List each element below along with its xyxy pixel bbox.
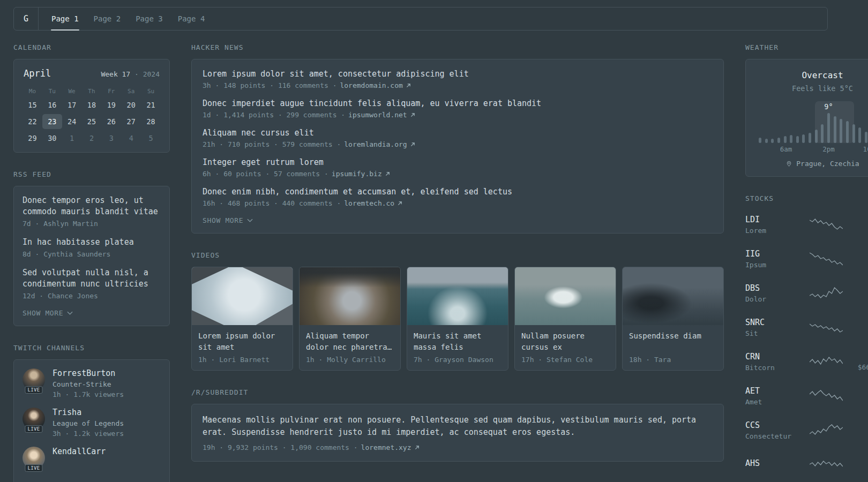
day-of-week-label: Th (82, 85, 102, 97)
item-domain-link[interactable]: ipsumify.biz (332, 170, 382, 178)
item-domain-link[interactable]: loremdomain.com (340, 81, 402, 89)
stock-row[interactable]: SNRC Sit +1.36% $148.64 (745, 315, 868, 340)
stock-name: Lorem (745, 227, 803, 235)
stock-figures: -1.00% $66,171.48 (849, 352, 868, 371)
stock-row[interactable]: AET Amet +0.92% $499.72 (745, 383, 868, 408)
hacker-news-item-title[interactable]: Integer eget rutrum lorem (203, 157, 713, 167)
stock-symbol: IIG (745, 249, 803, 259)
page-tab[interactable]: Page 4 (170, 7, 213, 30)
twitch-channel-name: Trisha (53, 408, 124, 417)
hacker-news-item: Aliquam nec cursus elit 21h · 710 points… (203, 128, 713, 148)
section-title-subreddit: /R/SUBREDDIT (191, 388, 724, 396)
rss-card: Donec tempor eros leo, ut commodo mauris… (13, 186, 170, 326)
video-meta: 1h · Molly Carrillo (306, 356, 394, 364)
temperature-bar (777, 138, 780, 143)
hacker-news-item: Integer eget rutrum lorem 6h · 60 points… (203, 157, 713, 178)
calendar-day: 3 (101, 131, 121, 146)
twitch-widget: TWITCH CHANNELS LIVE ForrestBurton C (13, 344, 170, 482)
calendar-day: 5 (141, 131, 161, 146)
stock-sparkline (810, 354, 843, 369)
calendar-day: 26 (101, 114, 121, 129)
temperature-bar (759, 138, 761, 143)
video-card[interactable]: Lorem ipsum dolor sit amet consectetu… 1… (191, 267, 293, 371)
temperature-bar (852, 124, 855, 143)
hacker-news-item-title[interactable]: Aliquam nec cursus elit (203, 128, 713, 138)
page-tab[interactable]: Page 1 (44, 7, 86, 30)
rss-item[interactable]: Sed volutpat nulla nisl, a condimentum n… (23, 267, 161, 300)
temperature-bar (827, 113, 830, 143)
page-tabs: Page 1 Page 2 Page 3 Page 4 (39, 7, 218, 30)
item-domain-link[interactable]: loremlandia.org (344, 140, 407, 148)
stock-symbol: CRN (745, 352, 803, 362)
calendar-day: 1 (62, 131, 82, 146)
calendar-day-headers: MoTuWeThFrSaSu (23, 85, 161, 97)
show-more-label: SHOW MORE (203, 216, 243, 224)
stock-change: +0.46% (849, 459, 868, 468)
item-domain-link[interactable]: loremnet.xyz (361, 443, 411, 451)
item-domain-link[interactable]: ipsumworld.net (348, 111, 407, 119)
stock-change: +4.35% (849, 215, 868, 224)
temperature-bars (759, 101, 868, 143)
item-stats: 16h · 468 points · 440 comments · (203, 199, 341, 207)
video-thumbnail (300, 267, 400, 325)
video-card[interactable]: Mauris sit amet massa felis 7h · Grayson… (407, 267, 508, 371)
stock-row[interactable]: IIG Ipsum +2.84% $42.04 (745, 246, 868, 271)
stock-sparkline (810, 251, 843, 266)
temperature-bar (821, 124, 824, 143)
stock-symbol: AHS (745, 458, 803, 468)
external-link-icon (406, 83, 411, 88)
video-card-body: Aliquam tempor dolor nec pharetra… 1h · … (300, 325, 400, 370)
hacker-news-item-title[interactable]: Lorem ipsum dolor sit amet, consectetur … (203, 69, 713, 79)
twitch-channel-item[interactable]: LIVE KendallCarr (23, 447, 161, 469)
stock-symbol: AET (745, 386, 803, 396)
day-of-week-label: Su (141, 85, 161, 97)
live-badge: LIVE (25, 425, 42, 433)
subreddit-post-title[interactable]: Maecenas mollis pulvinar erat non posuer… (203, 414, 713, 439)
rss-item[interactable]: In hac habitasse platea 8d · Cynthia Sau… (23, 237, 161, 258)
rss-show-more-button[interactable]: SHOW MORE (23, 309, 161, 317)
stock-row[interactable]: AHS +0.46% (745, 452, 868, 477)
calendar-day: 18 (82, 97, 102, 112)
stock-identity: SNRC Sit (745, 318, 803, 337)
calendar-day: 30 (42, 131, 62, 146)
video-card[interactable]: Suspendisse diam 18h · Tara (622, 267, 724, 371)
stock-row[interactable]: DBS Dolor +1.42% $156.28 (745, 281, 868, 305)
stock-identity: CCS Consectetur (745, 420, 803, 440)
page-tab[interactable]: Page 2 (86, 7, 129, 30)
time-axis-label: 10pm (863, 145, 868, 153)
twitch-channel-item[interactable]: LIVE ForrestBurton Counter-Strike 1h · 1… (23, 368, 161, 398)
twitch-channel-game: League of Legends (53, 419, 124, 427)
calendar-day: 16 (42, 97, 62, 112)
weather-hourly-chart: 9° (759, 101, 868, 143)
time-axis: 6am2pm10pm (759, 145, 868, 153)
stock-change: +1.42% (849, 284, 868, 292)
hacker-news-item-title[interactable]: Donec imperdiet augue tincidunt felis al… (203, 99, 713, 108)
video-card[interactable]: Aliquam tempor dolor nec pharetra… 1h · … (299, 267, 401, 371)
day-of-week-label: We (62, 85, 82, 97)
twitch-channel-item[interactable]: LIVE Trisha League of Legends 3h · 1.2k … (23, 408, 161, 438)
live-badge: LIVE (25, 464, 42, 472)
hacker-news-item-title[interactable]: Donec enim nibh, condimentum et accumsan… (203, 187, 713, 197)
stock-identity: CRN Bitcorn (745, 352, 803, 372)
stock-row[interactable]: CRN Bitcorn -1.00% $66,171.48 (745, 349, 868, 374)
item-domain-link[interactable]: loremtech.co (344, 199, 394, 207)
video-meta: 17h · Stefan Cole (521, 356, 609, 364)
stock-name: Bitcorn (745, 364, 803, 372)
calendar-card: April Week 17 · 2024 MoTuWeThFrSaSu 1516… (13, 59, 170, 153)
page-tab[interactable]: Page 3 (128, 7, 170, 30)
temperature-bar (815, 130, 818, 143)
stock-price: $795.18 (849, 226, 868, 234)
stock-identity: IIG Ipsum (745, 249, 803, 269)
video-card[interactable]: Nullam posuere cursus ex 17h · Stefan Co… (514, 267, 616, 371)
right-column: WEATHER Overcast Feels like 5°C 9° 6am2p… (745, 43, 868, 482)
hacker-news-card: Lorem ipsum dolor sit amet, consectetur … (191, 59, 724, 234)
stock-row[interactable]: CCS Consectetur +0.51% $165.84 (745, 418, 868, 442)
calendar-day: 21 (141, 97, 161, 112)
rss-item[interactable]: Donec tempor eros leo, ut commodo mauris… (23, 195, 161, 228)
stock-row[interactable]: LDI Lorem +4.35% $795.18 (745, 212, 868, 237)
stock-sparkline (810, 320, 843, 335)
day-of-week-label: Tu (42, 85, 62, 97)
hacker-news-show-more-button[interactable]: SHOW MORE (203, 216, 713, 224)
calendar-day: 23 (42, 114, 62, 129)
hacker-news-item-meta: 16h · 468 points · 440 comments · loremt… (203, 199, 713, 207)
